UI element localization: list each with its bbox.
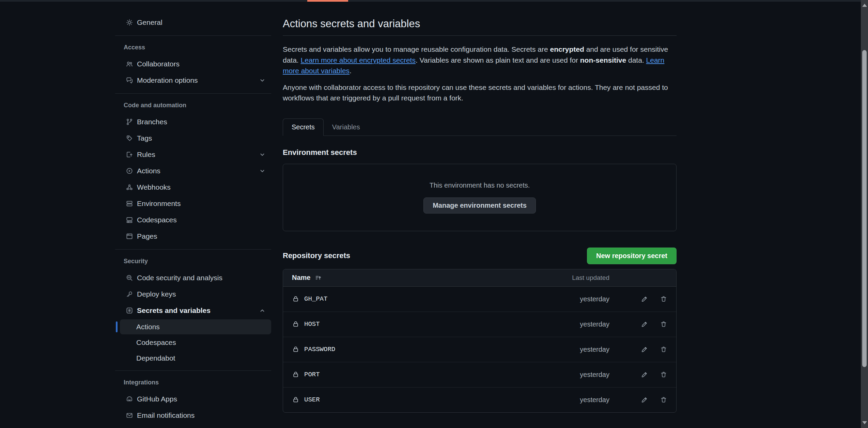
lock-icon: [292, 320, 299, 328]
scrollbar-thumb[interactable]: [862, 50, 867, 367]
delete-secret-button[interactable]: [660, 346, 667, 353]
sidebar-item-label: Webhooks: [137, 183, 171, 191]
mail-icon: [125, 411, 134, 419]
key-icon: [125, 290, 134, 298]
tab-variables[interactable]: Variables: [324, 119, 369, 136]
sidebar-item-label: Collaborators: [137, 60, 180, 68]
gear-icon: [125, 18, 134, 27]
edit-secret-button[interactable]: [641, 346, 648, 353]
sidebar-item-label: Codespaces: [137, 216, 177, 224]
last-updated: yesterday: [565, 320, 609, 328]
sidebar-item-codespaces[interactable]: Codespaces: [120, 212, 271, 228]
sidebar-divider: [115, 249, 271, 250]
sidebar-item-collaborators[interactable]: Collaborators: [120, 56, 271, 72]
table-header-row: Name Last updated: [283, 269, 676, 287]
sidebar-item-label: Deploy keys: [137, 290, 176, 298]
secret-name-cell: PASSWORD: [292, 346, 565, 353]
manage-environment-secrets-button[interactable]: Manage environment secrets: [423, 197, 536, 213]
delete-secret-button[interactable]: [660, 295, 667, 303]
table-row: GH_PAT yesterday: [283, 287, 676, 312]
sidebar-item-email-notifications[interactable]: Email notifications: [120, 407, 271, 424]
sidebar-item-label: Code security and analysis: [137, 274, 222, 282]
secret-name-cell: USER: [292, 396, 565, 403]
sidebar-item-tags[interactable]: Tags: [120, 130, 271, 146]
environment-secrets-panel: This environment has no secrets. Manage …: [283, 164, 677, 231]
github-app-icon: [125, 395, 134, 403]
title-divider: [283, 35, 677, 36]
people-icon: [125, 60, 134, 68]
sidebar-item-label: General: [137, 18, 162, 27]
page-title: Actions secrets and variables: [283, 18, 677, 30]
sidebar-item-deploy-keys[interactable]: Deploy keys: [120, 286, 271, 302]
sidebar-divider: [115, 93, 271, 94]
last-updated: yesterday: [565, 346, 609, 353]
delete-secret-button[interactable]: [660, 371, 667, 378]
server-icon: [125, 200, 134, 208]
sidebar-divider: [115, 35, 271, 36]
sidebar-item-branches[interactable]: Branches: [120, 114, 271, 130]
link-encrypted-secrets[interactable]: Learn more about encrypted secrets: [301, 56, 416, 64]
sidebar-item-pages[interactable]: Pages: [120, 228, 271, 244]
sidebar-item-code-security[interactable]: Code security and analysis: [120, 270, 271, 286]
sidebar-item-github-apps[interactable]: GitHub Apps: [120, 391, 271, 407]
row-actions: [609, 371, 667, 378]
secret-name-cell: HOST: [292, 320, 565, 328]
sidebar-item-label: Pages: [137, 232, 157, 240]
secret-name: GH_PAT: [304, 295, 327, 303]
edit-secret-button[interactable]: [641, 371, 648, 378]
rules-icon: [125, 150, 134, 159]
sidebar-subitem-actions[interactable]: Actions: [120, 319, 271, 334]
last-updated: yesterday: [565, 295, 609, 303]
repository-secrets-table: Name Last updated GH_PAT yesterday H: [283, 269, 677, 413]
row-actions: [609, 396, 667, 403]
vertical-scrollbar[interactable]: [861, 0, 868, 428]
secret-name-cell: PORT: [292, 371, 565, 378]
column-header-last-updated: Last updated: [565, 274, 609, 282]
tab-secrets[interactable]: Secrets: [283, 118, 324, 136]
git-branch-icon: [125, 118, 134, 126]
chevron-down-icon: [259, 151, 266, 158]
sidebar-subitem-codespaces[interactable]: Codespaces: [120, 335, 271, 350]
sidebar-item-environments[interactable]: Environments: [120, 195, 271, 212]
new-repository-secret-button[interactable]: New repository secret: [587, 248, 677, 264]
delete-secret-button[interactable]: [660, 320, 667, 328]
scroll-up-arrow-icon[interactable]: [862, 4, 867, 7]
delete-secret-button[interactable]: [660, 396, 667, 403]
settings-sidebar: General Access Collaborators Moderation …: [115, 7, 271, 424]
sidebar-item-moderation-options[interactable]: Moderation options: [120, 72, 271, 89]
edit-secret-button[interactable]: [641, 320, 648, 328]
sidebar-item-label: GitHub Apps: [137, 395, 177, 403]
lock-icon: [292, 371, 299, 378]
sidebar-item-secrets-and-variables[interactable]: Secrets and variables: [120, 302, 271, 319]
active-item-indicator: [116, 321, 118, 332]
sidebar-subitem-label: Dependabot: [136, 354, 175, 362]
sidebar-section-code-automation: Code and automation: [124, 102, 271, 109]
intro-text: . Variables are shown as plain text and …: [416, 56, 580, 64]
sidebar-item-actions[interactable]: Actions: [120, 163, 271, 179]
column-header-name[interactable]: Name: [292, 274, 565, 282]
repository-secrets-heading: Repository secrets: [283, 251, 350, 260]
edit-secret-button[interactable]: [641, 295, 648, 303]
intro-text: .: [350, 67, 352, 75]
sidebar-item-label: Actions: [137, 167, 160, 175]
collaborator-note-paragraph: Anyone with collaborator access to this …: [283, 82, 677, 104]
comment-discussion-icon: [125, 76, 134, 84]
sidebar-subitem-dependabot[interactable]: Dependabot: [120, 351, 271, 366]
lock-icon: [292, 396, 299, 403]
sidebar-item-label: Secrets and variables: [137, 306, 211, 315]
secret-name: PORT: [304, 371, 320, 378]
scroll-down-arrow-icon[interactable]: [862, 421, 867, 424]
sidebar-section-security: Security: [124, 258, 271, 265]
edit-secret-button[interactable]: [641, 396, 648, 403]
sidebar-item-label: Branches: [137, 118, 167, 126]
sidebar-item-webhooks[interactable]: Webhooks: [120, 179, 271, 195]
last-updated: yesterday: [565, 371, 609, 379]
code-scan-icon: [125, 274, 134, 282]
codespaces-icon: [125, 216, 134, 224]
sidebar-item-general[interactable]: General: [120, 14, 271, 31]
sidebar-item-rules[interactable]: Rules: [120, 146, 271, 163]
secret-name: PASSWORD: [304, 346, 335, 353]
environment-secrets-heading: Environment secrets: [283, 148, 677, 157]
table-row: PASSWORD yesterday: [283, 337, 676, 362]
chevron-down-icon: [259, 168, 266, 174]
